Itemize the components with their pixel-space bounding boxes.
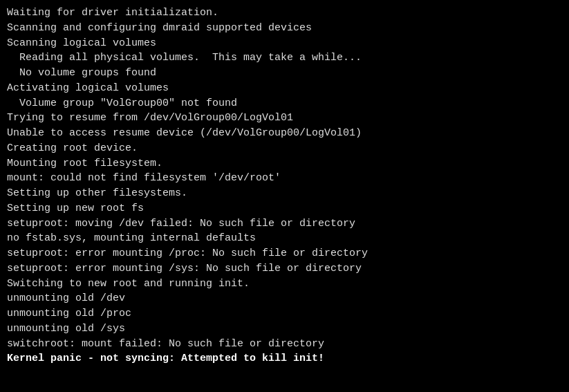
terminal-line: Setting up new root fs — [7, 201, 562, 216]
terminal-line: Reading all physical volumes. This may t… — [7, 50, 562, 66]
terminal-output: Waiting for driver initialization.Scanni… — [0, 0, 569, 392]
terminal-line: unmounting old /dev — [7, 291, 562, 306]
terminal-line: unmounting old /proc — [7, 306, 562, 321]
terminal-line: setuproot: moving /dev failed: No such f… — [7, 216, 562, 232]
terminal-line: Setting up other filesystems. — [7, 186, 562, 201]
terminal-line: unmounting old /sys — [7, 321, 562, 337]
terminal-line: no fstab.sys, mounting internal defaults — [7, 231, 562, 246]
terminal-line: Kernel panic - not syncing: Attempted to… — [7, 351, 562, 366]
terminal-line: setuproot: error mounting /sys: No such … — [7, 261, 562, 277]
terminal-line: Scanning logical volumes — [7, 36, 562, 51]
terminal-line: Switching to new root and running init. — [7, 277, 562, 292]
terminal-line: Unable to access resume device (/dev/Vol… — [7, 126, 562, 141]
terminal-line: Scanning and configuring dmraid supporte… — [7, 21, 562, 36]
terminal-line: Trying to resume from /dev/VolGroup00/Lo… — [7, 111, 562, 126]
terminal-line: mount: could not find filesystem '/dev/r… — [7, 171, 562, 186]
terminal-line: Mounting root filesystem. — [7, 156, 562, 171]
terminal-line: No volume groups found — [7, 66, 562, 81]
terminal-line: Activating logical volumes — [7, 81, 562, 96]
terminal-line: Creating root device. — [7, 141, 562, 156]
terminal-line: switchroot: mount failed: No such file o… — [7, 337, 562, 352]
terminal-line: setuproot: error mounting /proc: No such… — [7, 246, 562, 261]
terminal-line: Waiting for driver initialization. — [7, 6, 562, 21]
terminal-line: Volume group "VolGroup00" not found — [7, 96, 562, 111]
